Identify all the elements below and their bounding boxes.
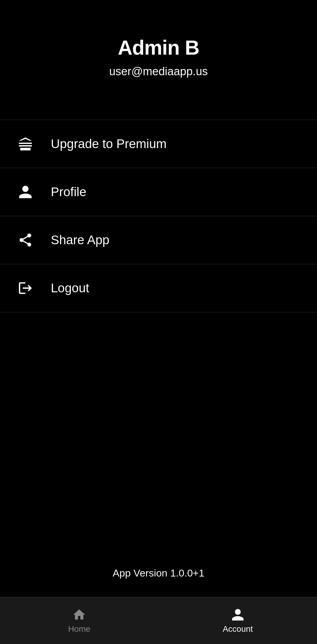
- account-icon: [231, 608, 245, 622]
- menu-label-logout: Logout: [51, 281, 89, 295]
- menu-item-upgrade[interactable]: Upgrade to Premium: [0, 120, 317, 168]
- menu-label-share: Share App: [51, 233, 109, 247]
- header-section: Admin B user@mediaapp.us: [0, 0, 317, 102]
- version-section: App Version 1.0.0+1: [0, 549, 317, 597]
- logout-icon: [15, 278, 36, 299]
- menu-label-profile: Profile: [51, 185, 86, 199]
- share-icon: [15, 230, 36, 250]
- person-icon: [15, 182, 36, 202]
- bank-icon: [15, 133, 36, 154]
- menu-label-upgrade: Upgrade to Premium: [51, 137, 167, 151]
- menu-item-logout[interactable]: Logout: [0, 264, 317, 312]
- user-name: Admin B: [118, 36, 199, 59]
- home-icon: [72, 608, 86, 622]
- version-text: App Version 1.0.0+1: [113, 567, 204, 579]
- nav-item-account[interactable]: Account: [159, 597, 317, 644]
- menu-section: Upgrade to Premium Profile Share App Log…: [0, 120, 317, 312]
- nav-item-home[interactable]: Home: [0, 597, 159, 644]
- user-email: user@mediaapp.us: [109, 65, 208, 78]
- bottom-nav: Home Account: [0, 597, 317, 644]
- nav-label-home: Home: [68, 624, 91, 634]
- menu-item-profile[interactable]: Profile: [0, 168, 317, 216]
- menu-item-share[interactable]: Share App: [0, 216, 317, 264]
- nav-label-account: Account: [223, 624, 253, 634]
